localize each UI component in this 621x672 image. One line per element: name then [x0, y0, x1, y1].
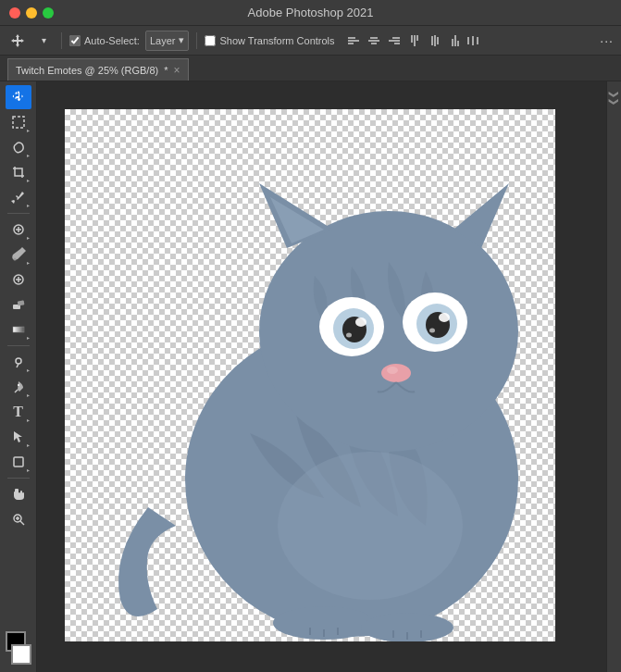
toolbar-sep-1 [61, 32, 62, 49]
panel-collapse-button[interactable]: ❯❯ [608, 85, 621, 111]
align-center-h-btn[interactable] [365, 31, 383, 50]
svg-rect-12 [431, 36, 433, 45]
tool-eyedropper[interactable]: ▸ [6, 185, 31, 209]
svg-point-55 [429, 329, 435, 333]
tool-separator-3 [7, 478, 30, 479]
toolbar-arrow-icon[interactable]: ▾ [33, 31, 54, 51]
svg-point-42 [259, 211, 518, 452]
svg-rect-19 [472, 36, 474, 45]
tool-hand[interactable] [6, 482, 31, 506]
minimize-button[interactable] [26, 7, 37, 19]
toolbar-sep-2 [196, 32, 197, 49]
document-tab[interactable]: Twitch Emotes @ 25% (RGB/8) * × [7, 58, 189, 81]
cat-image [65, 109, 555, 641]
distribute-btn[interactable] [466, 31, 479, 50]
svg-point-56 [381, 364, 411, 382]
tool-healing[interactable]: ▸ [6, 218, 31, 242]
svg-rect-1 [348, 40, 359, 42]
svg-rect-20 [477, 37, 478, 44]
tool-separator-1 [7, 213, 30, 214]
align-left-btn[interactable] [344, 31, 363, 50]
svg-rect-13 [434, 35, 436, 46]
svg-rect-14 [437, 37, 439, 44]
main-area: ▸ ▸ ▸ ▸ ▸ [0, 81, 621, 672]
tool-move[interactable] [6, 85, 31, 109]
window-controls [9, 7, 54, 19]
align-group [344, 31, 479, 50]
svg-line-33 [17, 364, 19, 367]
svg-rect-7 [389, 40, 400, 42]
svg-rect-16 [454, 35, 456, 46]
tool-path-select[interactable]: ▸ [6, 425, 31, 449]
tool-dodge[interactable]: ▸ [6, 350, 31, 374]
svg-point-32 [16, 358, 21, 364]
tool-brush[interactable]: ▸ [6, 243, 31, 267]
doc-tab-bar: Twitch Emotes @ 25% (RGB/8) * × [0, 56, 621, 81]
svg-rect-2 [348, 43, 354, 44]
svg-point-53 [439, 313, 450, 322]
svg-rect-18 [467, 37, 469, 44]
move-tool-button[interactable] [7, 31, 28, 51]
svg-rect-21 [13, 117, 24, 128]
align-center-v-btn[interactable] [426, 31, 444, 50]
svg-rect-10 [414, 35, 416, 46]
doc-tab-close-button[interactable]: × [174, 65, 180, 76]
svg-point-34 [18, 384, 19, 386]
align-bottom-btn[interactable] [446, 31, 465, 50]
tool-type[interactable]: T ▸ [6, 400, 31, 424]
close-button[interactable] [9, 7, 20, 19]
svg-point-25 [13, 258, 16, 261]
canvas-area[interactable] [37, 81, 606, 672]
align-top-btn[interactable] [405, 31, 424, 50]
svg-rect-4 [368, 40, 379, 42]
svg-rect-9 [411, 35, 413, 43]
maximize-button[interactable] [43, 7, 54, 19]
tool-separator-2 [7, 345, 30, 346]
app-title: Adobe Photoshop 2021 [248, 6, 374, 19]
svg-point-54 [346, 333, 352, 338]
svg-rect-35 [14, 457, 23, 467]
toolbar: ▾ Auto-Select: Layer ▾ Show Transform Co… [0, 26, 621, 56]
color-swatches [2, 631, 35, 665]
svg-rect-6 [392, 37, 400, 39]
left-toolbar: ▸ ▸ ▸ ▸ ▸ [0, 81, 37, 672]
tool-eraser[interactable] [6, 292, 31, 317]
svg-point-52 [355, 317, 366, 327]
title-bar: Adobe Photoshop 2021 [0, 0, 621, 26]
tool-shape[interactable]: ▸ [6, 450, 31, 474]
auto-select-label[interactable]: Auto-Select: [69, 35, 140, 46]
background-color-swatch[interactable] [11, 644, 31, 665]
tool-clone[interactable] [6, 268, 31, 292]
svg-point-57 [387, 367, 398, 374]
toolbar-overflow-button[interactable]: ··· [600, 33, 614, 48]
doc-tab-modified: * [164, 65, 168, 76]
svg-rect-30 [17, 300, 24, 305]
tool-select-rect[interactable]: ▸ [6, 110, 31, 134]
show-transform-label[interactable]: Show Transform Controls [205, 35, 334, 46]
svg-rect-17 [457, 41, 459, 46]
tool-crop[interactable]: ▸ [6, 160, 31, 184]
svg-rect-8 [394, 43, 400, 44]
tool-pen[interactable]: ▸ [6, 375, 31, 399]
tool-gradient[interactable]: ▸ [6, 317, 31, 342]
auto-select-checkbox[interactable] [69, 35, 81, 46]
dropdown-arrow-icon: ▾ [179, 34, 184, 46]
tool-lasso[interactable]: ▸ [6, 135, 31, 159]
svg-rect-15 [452, 39, 453, 46]
svg-point-41 [278, 452, 463, 600]
svg-rect-3 [370, 37, 378, 39]
right-panel: ❯❯ [606, 81, 621, 672]
svg-rect-0 [348, 37, 355, 39]
layer-dropdown[interactable]: Layer ▾ [145, 31, 190, 51]
align-right-btn[interactable] [385, 31, 404, 50]
svg-rect-31 [13, 327, 24, 332]
show-transform-checkbox[interactable] [205, 35, 216, 46]
svg-rect-11 [416, 35, 418, 41]
svg-rect-5 [371, 43, 377, 44]
doc-tab-title: Twitch Emotes @ 25% (RGB/8) [16, 65, 158, 76]
svg-line-37 [20, 521, 24, 525]
canvas-document [65, 109, 555, 641]
tool-zoom[interactable] [6, 507, 31, 531]
